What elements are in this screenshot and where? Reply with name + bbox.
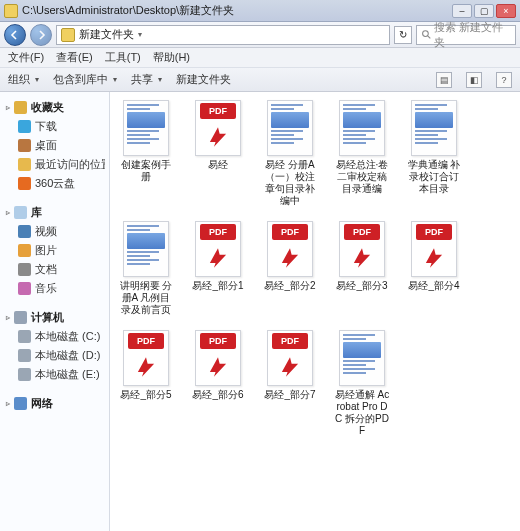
- search-icon: [421, 29, 432, 40]
- refresh-button[interactable]: ↻: [394, 26, 412, 44]
- music-icon: [18, 282, 31, 295]
- sidebar-item-documents[interactable]: 文档: [4, 260, 105, 279]
- file-name: 易经_部分4: [408, 280, 459, 292]
- chevron-down-icon[interactable]: ▾: [138, 30, 142, 39]
- nav-back-button[interactable]: [4, 24, 26, 46]
- address-bar: 新建文件夹 ▾ ↻ 搜索 新建文件夹: [0, 22, 520, 48]
- desktop-icon: [18, 139, 31, 152]
- file-name: 易经 分册A（一）校注章句目录补编中: [262, 159, 318, 207]
- pdf-thumbnail: PDF: [195, 330, 241, 386]
- file-item[interactable]: 讲明纲要 分册A 凡例目录及前言页: [118, 221, 174, 316]
- file-item[interactable]: PDF易经_部分4: [406, 221, 462, 316]
- sidebar-item-video[interactable]: 视频: [4, 222, 105, 241]
- nav-forward-button[interactable]: [30, 24, 52, 46]
- file-view[interactable]: 创建案例手册PDF易经易经 分册A（一）校注章句目录补编中易经总注·卷二审校定稿…: [110, 92, 520, 531]
- organize-button[interactable]: 组织: [8, 72, 39, 87]
- minimize-button[interactable]: –: [452, 4, 472, 18]
- sidebar-head-libraries[interactable]: 库: [4, 203, 105, 222]
- search-placeholder: 搜索 新建文件夹: [434, 20, 511, 50]
- sidebar-item-music[interactable]: 音乐: [4, 279, 105, 298]
- file-item[interactable]: 易经 分册A（一）校注章句目录补编中: [262, 100, 318, 207]
- menu-view[interactable]: 查看(E): [56, 50, 93, 65]
- file-name: 易经: [208, 159, 228, 171]
- file-name: 讲明纲要 分册A 凡例目录及前言页: [118, 280, 174, 316]
- sidebar-item-pictures[interactable]: 图片: [4, 241, 105, 260]
- pdf-badge: PDF: [200, 333, 236, 349]
- pdf-icon: [421, 245, 447, 271]
- sidebar-item-desktop[interactable]: 桌面: [4, 136, 105, 155]
- file-name: 易经_部分3: [336, 280, 387, 292]
- pdf-badge: PDF: [200, 103, 236, 119]
- pdf-thumbnail: PDF: [123, 330, 169, 386]
- preview-pane-button[interactable]: ◧: [466, 72, 482, 88]
- file-item[interactable]: 易经通解 Acrobat Pro DC 拆分的PDF: [334, 330, 390, 437]
- share-button[interactable]: 共享: [131, 72, 162, 87]
- file-item[interactable]: PDF易经: [190, 100, 246, 207]
- menu-tools[interactable]: 工具(T): [105, 50, 141, 65]
- view-options-button[interactable]: ▤: [436, 72, 452, 88]
- pdf-icon: [349, 245, 375, 271]
- computer-icon: [14, 311, 27, 324]
- file-item[interactable]: PDF易经_部分7: [262, 330, 318, 437]
- sidebar-libraries: 库 视频 图片 文档 音乐: [4, 203, 105, 298]
- window-title: C:\Users\Administrator\Desktop\新建文件夹: [22, 3, 452, 18]
- doc-thumbnail: [123, 100, 169, 156]
- file-item[interactable]: 学典通编 补录校订合订本目录: [406, 100, 462, 207]
- file-item[interactable]: PDF易经_部分6: [190, 330, 246, 437]
- file-item[interactable]: PDF易经_部分5: [118, 330, 174, 437]
- sidebar-item-drive-c[interactable]: 本地磁盘 (C:): [4, 327, 105, 346]
- svg-line-1: [428, 36, 431, 39]
- pdf-badge: PDF: [272, 224, 308, 240]
- sidebar-head-favorites[interactable]: 收藏夹: [4, 98, 105, 117]
- sidebar-favorites: 收藏夹 下载 桌面 最近访问的位置 360云盘: [4, 98, 105, 193]
- pdf-thumbnail: PDF: [267, 330, 313, 386]
- pdf-thumbnail: PDF: [411, 221, 457, 277]
- file-name: 易经_部分1: [192, 280, 243, 292]
- maximize-button[interactable]: ▢: [474, 4, 494, 18]
- pdf-thumbnail: PDF: [195, 100, 241, 156]
- address-box[interactable]: 新建文件夹 ▾: [56, 25, 390, 45]
- sidebar-item-downloads[interactable]: 下载: [4, 117, 105, 136]
- sidebar-head-network[interactable]: 网络: [4, 394, 105, 413]
- sidebar-item-drive-e[interactable]: 本地磁盘 (E:): [4, 365, 105, 384]
- file-item[interactable]: 创建案例手册: [118, 100, 174, 207]
- cloud-icon: [18, 177, 31, 190]
- doc-thumbnail: [267, 100, 313, 156]
- pdf-icon: [205, 124, 231, 150]
- file-item[interactable]: 易经总注·卷二审校定稿目录通编: [334, 100, 390, 207]
- folder-icon: [4, 4, 18, 18]
- sidebar-item-drive-d[interactable]: 本地磁盘 (D:): [4, 346, 105, 365]
- sidebar-item-360cloud[interactable]: 360云盘: [4, 174, 105, 193]
- sidebar: 收藏夹 下载 桌面 最近访问的位置 360云盘 库 视频 图片 文档 音乐 计算…: [0, 92, 110, 531]
- file-name: 易经_部分5: [120, 389, 171, 401]
- sidebar-computer: 计算机 本地磁盘 (C:) 本地磁盘 (D:) 本地磁盘 (E:): [4, 308, 105, 384]
- toolbar: 组织 包含到库中 共享 新建文件夹 ▤ ◧ ?: [0, 68, 520, 92]
- drive-icon: [18, 368, 31, 381]
- sidebar-item-recent[interactable]: 最近访问的位置: [4, 155, 105, 174]
- file-item[interactable]: PDF易经_部分2: [262, 221, 318, 316]
- close-button[interactable]: ×: [496, 4, 516, 18]
- file-name: 学典通编 补录校订合订本目录: [406, 159, 462, 195]
- drive-icon: [18, 330, 31, 343]
- document-icon: [18, 263, 31, 276]
- pdf-icon: [205, 354, 231, 380]
- doc-thumbnail: [339, 330, 385, 386]
- file-item[interactable]: PDF易经_部分3: [334, 221, 390, 316]
- recent-icon: [18, 158, 31, 171]
- folder-icon: [61, 28, 75, 42]
- picture-icon: [18, 244, 31, 257]
- doc-thumbnail: [339, 100, 385, 156]
- menu-help[interactable]: 帮助(H): [153, 50, 190, 65]
- download-icon: [18, 120, 31, 133]
- menu-file[interactable]: 文件(F): [8, 50, 44, 65]
- help-button[interactable]: ?: [496, 72, 512, 88]
- include-library-button[interactable]: 包含到库中: [53, 72, 117, 87]
- video-icon: [18, 225, 31, 238]
- search-input[interactable]: 搜索 新建文件夹: [416, 25, 516, 45]
- sidebar-head-computer[interactable]: 计算机: [4, 308, 105, 327]
- address-path: 新建文件夹: [79, 27, 134, 42]
- pdf-icon: [205, 245, 231, 271]
- pdf-icon: [277, 245, 303, 271]
- new-folder-button[interactable]: 新建文件夹: [176, 72, 231, 87]
- file-item[interactable]: PDF易经_部分1: [190, 221, 246, 316]
